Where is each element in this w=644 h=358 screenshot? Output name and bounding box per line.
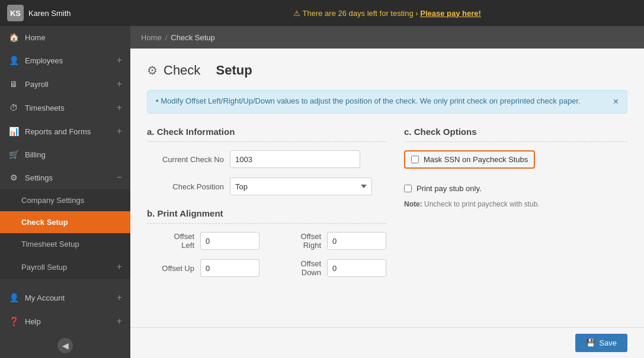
payroll-setup-expand-icon: + <box>117 262 122 272</box>
current-check-no-input[interactable] <box>230 150 360 168</box>
breadcrumb-separator: / <box>165 33 168 42</box>
breadcrumb-home[interactable]: Home <box>141 33 162 42</box>
settings-expand-icon: − <box>117 172 122 183</box>
print-stub-checkbox[interactable] <box>404 185 412 192</box>
offset-up-row: Offset Up <box>147 259 259 277</box>
mask-ssn-label[interactable]: Mask SSN on Paycheck Stubs <box>424 155 528 164</box>
offset-right-input[interactable] <box>327 232 386 250</box>
print-alignment-title: b. Print Alignment <box>147 208 386 224</box>
left-column: a. Check Information Current Check No Ch… <box>147 127 386 277</box>
info-banner: • Modify Offset Left/Right/Up/Down value… <box>147 90 627 114</box>
avatar: KS <box>7 5 24 21</box>
sidebar-item-employees[interactable]: 👤 Employees + <box>0 49 130 72</box>
print-stub-row: Print pay stub only. <box>404 184 627 193</box>
breadcrumb: Home / Check Setup <box>130 26 644 49</box>
sidebar: 🏠 Home 👤 Employees + 🖥 Payroll + ⏱ Times… <box>0 26 130 358</box>
sidebar-item-check-setup[interactable]: Check Setup <box>0 211 130 233</box>
page-gear-icon: ⚙ <box>147 63 158 78</box>
print-stub-label[interactable]: Print pay stub only. <box>416 184 482 193</box>
sidebar-item-timesheets[interactable]: ⏱ Timesheets + <box>0 96 130 120</box>
trial-alert: ⚠ There are 26 days left for testing › P… <box>137 9 637 18</box>
two-column-layout: a. Check Information Current Check No Ch… <box>147 127 627 277</box>
sidebar-item-timesheet-setup[interactable]: Timesheet Setup <box>0 233 130 255</box>
offset-down-label: OffsetDown <box>274 259 321 277</box>
billing-icon: 🛒 <box>8 150 19 159</box>
save-button[interactable]: 💾 Save <box>575 334 627 352</box>
sidebar-item-billing[interactable]: 🛒 Billing <box>0 143 130 166</box>
check-position-row: Check Position Top Middle Bottom <box>147 178 386 195</box>
timesheets-icon: ⏱ <box>8 103 19 112</box>
offset-down-input[interactable] <box>327 259 386 277</box>
offset-left-label: OffsetLeft <box>147 232 194 250</box>
save-icon: 💾 <box>586 338 595 347</box>
payroll-icon: 🖥 <box>8 79 19 89</box>
mask-ssn-row: Mask SSN on Paycheck Stubs <box>404 150 535 169</box>
my-account-expand-icon: + <box>117 292 122 303</box>
current-check-no-row: Current Check No <box>147 150 386 168</box>
footer-bar: 💾 Save <box>130 327 644 358</box>
sidebar-item-payroll-setup[interactable]: Payroll Setup + <box>0 255 130 279</box>
print-alignment-section: b. Print Alignment OffsetLeft OffsetRigh… <box>147 208 386 277</box>
check-position-select[interactable]: Top Middle Bottom <box>230 178 372 195</box>
reports-expand-icon: + <box>117 126 122 137</box>
right-column: c. Check Options Mask SSN on Paycheck St… <box>404 127 627 277</box>
employees-icon: 👤 <box>8 56 19 65</box>
help-icon: ❓ <box>8 317 19 326</box>
user-info: KS Karen Smith <box>7 5 137 21</box>
info-banner-close-button[interactable]: × <box>613 96 619 107</box>
username: Karen Smith <box>28 9 71 18</box>
offset-left-row: OffsetLeft <box>147 232 259 250</box>
content-area: ⚙ Check Setup • Modify Offset Left/Right… <box>130 49 644 327</box>
sidebar-item-settings[interactable]: ⚙ Settings − <box>0 166 130 189</box>
check-position-label: Check Position <box>147 182 224 191</box>
home-icon: 🏠 <box>8 33 19 42</box>
offset-right-label: OffsetRight <box>274 232 321 250</box>
sidebar-item-reports[interactable]: 📊 Reports and Forms + <box>0 120 130 143</box>
sidebar-item-payroll[interactable]: 🖥 Payroll + <box>0 72 130 96</box>
offset-left-input[interactable] <box>200 232 259 250</box>
check-options-title: c. Check Options <box>404 127 627 142</box>
check-position-select-wrapper: Top Middle Bottom <box>230 178 372 195</box>
settings-icon: ⚙ <box>8 173 19 182</box>
current-check-no-label: Current Check No <box>147 155 224 164</box>
print-stub-note: Note: Uncheck to print paycheck with stu… <box>404 200 627 208</box>
alignment-grid: OffsetLeft OffsetRight Offset Up <box>147 232 386 277</box>
topbar: KS Karen Smith ⚠ There are 26 days left … <box>0 0 644 26</box>
sidebar-item-help[interactable]: ❓ Help + <box>0 309 130 333</box>
sidebar-item-my-account[interactable]: 👤 My Account + <box>0 286 130 309</box>
main-area: Home / Check Setup ⚙ Check Setup • Modif… <box>130 26 644 358</box>
offset-down-row: OffsetDown <box>274 259 386 277</box>
reports-icon: 📊 <box>8 127 19 136</box>
help-expand-icon: + <box>117 316 122 327</box>
my-account-icon: 👤 <box>8 293 19 302</box>
check-information-title: a. Check Information <box>147 127 386 142</box>
pay-link[interactable]: Please pay here! <box>420 9 481 18</box>
offset-right-row: OffsetRight <box>274 232 386 250</box>
timesheets-expand-icon: + <box>117 102 122 113</box>
sidebar-item-company-settings[interactable]: Company Settings <box>0 189 130 211</box>
breadcrumb-current: Check Setup <box>171 33 214 42</box>
offset-up-label: Offset Up <box>147 264 194 273</box>
sidebar-collapse-button[interactable]: ◀ <box>57 338 73 353</box>
employees-expand-icon: + <box>117 55 122 66</box>
offset-up-input[interactable] <box>200 259 259 277</box>
mask-ssn-container: Mask SSN on Paycheck Stubs <box>404 150 627 176</box>
sidebar-item-home[interactable]: 🏠 Home <box>0 26 130 49</box>
mask-ssn-checkbox[interactable] <box>411 156 419 163</box>
page-title: ⚙ Check Setup <box>147 63 627 78</box>
payroll-expand-icon: + <box>117 79 122 89</box>
